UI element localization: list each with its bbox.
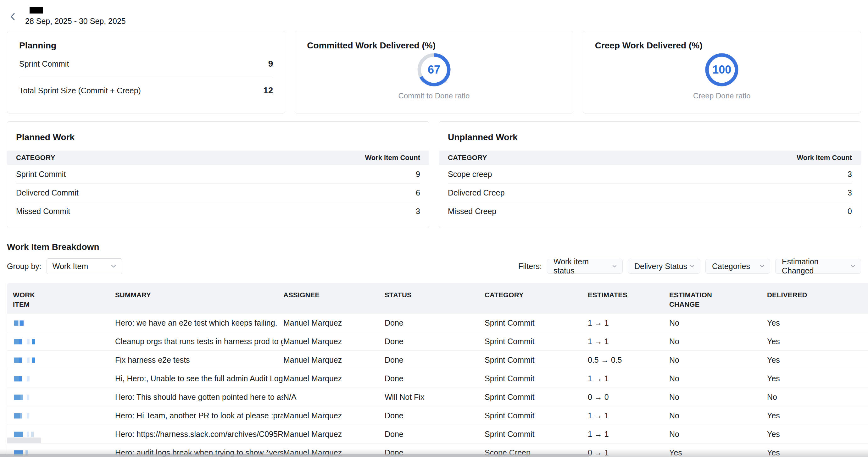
delivered-cell: Yes: [767, 318, 868, 327]
filter-label: Delivery Status: [634, 262, 687, 271]
table-row[interactable]: Hero: Hi Team, another PR to look at ple…: [7, 406, 868, 425]
breakdown-title: Work Item Breakdown: [7, 242, 861, 252]
metric-value: 12: [263, 86, 273, 96]
redacted-work-item-id: [14, 413, 20, 418]
estimation-change-cell: No: [669, 356, 767, 365]
redacted-work-item-id: [27, 376, 30, 381]
status-cell: Done: [384, 411, 485, 420]
status-cell: Done: [384, 448, 485, 457]
category-cell: Scope Creep: [485, 448, 588, 457]
group-by-select[interactable]: Work Item: [46, 258, 122, 274]
status-cell: Done: [384, 356, 485, 365]
back-button[interactable]: [9, 12, 17, 23]
work-item-table: WORK ITEMSUMMARYASSIGNEESTATUSCATEGORYES…: [7, 283, 868, 457]
metric-label: Sprint Commit: [19, 59, 69, 68]
count-column-header: Work Item Count: [797, 154, 852, 162]
column-header-status: STATUS: [384, 290, 485, 314]
group-by-value: Work Item: [53, 262, 88, 271]
redacted-work-item-id: [14, 357, 19, 363]
redacted-work-item-id: [31, 431, 34, 437]
estimation-change-cell: No: [669, 393, 767, 402]
category-column-header: CATEGORY: [16, 154, 55, 162]
delivered-cell: No: [767, 393, 868, 402]
assignee-cell: Manuel Marquez: [283, 448, 384, 457]
status-cell: Done: [384, 430, 485, 439]
category-cell: Sprint Commit: [485, 337, 588, 346]
column-header-assignee: ASSIGNEE: [283, 290, 384, 314]
redacted-work-item-id: [14, 320, 18, 326]
category-cell: Sprint Commit: [485, 374, 588, 383]
redacted-work-item-id: [21, 394, 23, 400]
planning-metric-row: Total Sprint Size (Commit + Creep) 12: [19, 77, 273, 104]
category-cell: Sprint Commit: [485, 356, 588, 365]
creep-card-title: Creep Work Delivered (%): [595, 40, 849, 51]
column-header-delivered: DELIVERED: [767, 290, 868, 314]
summary-cell: Hero: https://harness.slack.com/archives…: [115, 430, 283, 439]
column-header-estimates: ESTIMATES: [588, 290, 669, 314]
work-item-cell: [13, 351, 115, 369]
work-item-table-header: WORK ITEMSUMMARYASSIGNEESTATUSCATEGORYES…: [7, 283, 868, 314]
table-row[interactable]: Hero: we have an e2e test which keeps fa…: [7, 314, 868, 332]
redacted-sprint-title: [30, 7, 43, 13]
table-row[interactable]: Hi, Hero:, Unable to see the full admin …: [7, 369, 868, 388]
redacted-work-item-id: [19, 339, 22, 344]
chevron-down-icon: [111, 264, 117, 268]
filter-estimation-changed[interactable]: Estimation Changed: [775, 259, 861, 274]
redacted-work-item-id: [27, 431, 29, 437]
redacted-work-item-id: [26, 450, 28, 455]
table-row[interactable]: Fix harness e2e testsManuel MarquezDoneS…: [7, 351, 868, 369]
column-header-category: CATEGORY: [485, 290, 588, 314]
redacted-work-item-id: [32, 339, 35, 344]
filters-label: Filters:: [518, 262, 542, 271]
committed-work-card: Committed Work Delivered (%) 67 Commit t…: [295, 31, 573, 113]
assignee-cell: Manuel Marquez: [283, 337, 384, 346]
summary-cell: Hi, Hero:, Unable to see the full admin …: [115, 374, 283, 383]
planned-work-title: Planned Work: [7, 122, 429, 151]
count-cell: 3: [416, 207, 420, 216]
assignee-cell: Manuel Marquez: [283, 411, 384, 420]
chevron-down-icon: [759, 264, 765, 268]
unplanned-work-card: Unplanned Work CATEGORY Work Item Count …: [439, 121, 861, 228]
delivered-cell: Yes: [767, 430, 868, 439]
planning-metric-row: Sprint Commit 9: [19, 51, 273, 77]
category-cell: Sprint Commit: [485, 430, 588, 439]
estimates-cell: 0.5 → 0.5: [588, 356, 669, 365]
filter-work-item-status[interactable]: Work item status: [547, 259, 623, 274]
delivered-cell: Yes: [767, 337, 868, 346]
estimates-cell: 1 → 1: [588, 411, 669, 420]
filter-label: Work item status: [554, 257, 612, 275]
chevron-down-icon: [850, 264, 856, 268]
count-cell: 6: [416, 188, 420, 197]
category-cell: Delivered Creep: [448, 188, 505, 197]
unplanned-work-title: Unplanned Work: [439, 122, 861, 151]
count-cell: 3: [847, 188, 852, 197]
table-row[interactable]: Hero: https://harness.slack.com/archives…: [7, 425, 868, 444]
filter-label: Categories: [712, 262, 750, 271]
redacted-work-item-id: [20, 413, 22, 418]
redacted-work-item-id: [14, 394, 21, 400]
delivered-cell: Yes: [767, 448, 868, 457]
redacted-work-item-id: [14, 376, 19, 381]
estimation-change-cell: No: [669, 318, 767, 327]
estimates-cell: 1 → 1: [588, 430, 669, 439]
estimation-change-cell: Yes: [669, 448, 767, 457]
table-row[interactable]: Cleanup orgs that runs tests in harness …: [7, 332, 868, 351]
estimation-change-cell: No: [669, 337, 767, 346]
creep-work-card: Creep Work Delivered (%) 100 Creep Done …: [583, 31, 861, 113]
creep-caption: Creep Done ratio: [693, 92, 751, 100]
table-row[interactable]: Hero: This should have gotten pointed he…: [7, 388, 868, 406]
summary-cell: Hero: audit logs break when trying to sh…: [115, 448, 283, 457]
filter-delivery-status[interactable]: Delivery Status: [628, 259, 701, 274]
count-cell: 3: [847, 170, 852, 179]
filter-categories[interactable]: Categories: [705, 259, 770, 274]
table-row[interactable]: Hero: audit logs break when trying to sh…: [7, 444, 868, 457]
delivered-cell: Yes: [767, 356, 868, 365]
redacted-blur: [7, 437, 41, 443]
summary-cell: Cleanup orgs that runs tests in harness …: [115, 337, 283, 346]
committed-percent-value: 67: [417, 53, 451, 87]
unplanned-work-header: CATEGORY Work Item Count: [439, 151, 861, 165]
table-row: Sprint Commit9: [16, 165, 420, 184]
redacted-work-item-id: [27, 394, 29, 400]
table-row: Missed Creep0: [448, 202, 852, 221]
planned-work-card: Planned Work CATEGORY Work Item Count Sp…: [7, 121, 429, 228]
